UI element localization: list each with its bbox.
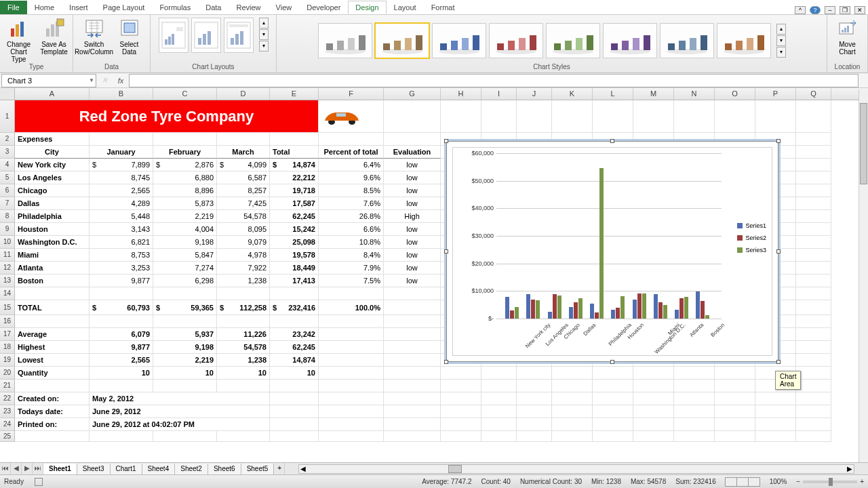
view-page-layout-icon[interactable] — [736, 477, 749, 487]
layouts-more-icon[interactable]: ▾ — [259, 41, 269, 52]
vertical-scrollbar[interactable] — [859, 89, 868, 462]
tab-review[interactable]: Review — [229, 1, 268, 14]
chart-style-2[interactable] — [375, 23, 429, 58]
tab-formulas[interactable]: Formulas — [152, 1, 198, 14]
row-header-18[interactable]: 18 — [0, 341, 15, 354]
macro-record-icon[interactable] — [35, 478, 43, 486]
row-header-10[interactable]: 10 — [0, 236, 15, 249]
chart-legend[interactable]: Series1Series2Series3 — [737, 222, 766, 259]
sheet-tab-Sheet3[interactable]: Sheet3 — [77, 464, 111, 474]
row-header-2[interactable]: 2 — [0, 133, 15, 146]
tab-format[interactable]: Format — [424, 1, 462, 14]
sheet-tab-Sheet4[interactable]: Sheet4 — [142, 464, 176, 474]
spreadsheet-grid[interactable]: ABCDEFGHIJKLMNOPQ 1Red Zone Tyre Company… — [0, 88, 868, 462]
zoom-slider[interactable] — [803, 481, 857, 483]
sheet-nav-first-icon[interactable]: ⏮ — [0, 463, 11, 474]
chart-style-5[interactable] — [546, 23, 600, 58]
name-box[interactable]: Chart 3▼ — [1, 74, 96, 87]
cancel-formula-icon[interactable]: ✕ — [96, 76, 113, 85]
col-header-A[interactable]: A — [15, 88, 90, 100]
col-header-G[interactable]: G — [384, 88, 441, 100]
change-chart-type-button[interactable]: Change Chart Type — [3, 18, 35, 63]
select-data-button[interactable]: Select Data — [113, 18, 146, 56]
sheet-tab-Chart1[interactable]: Chart1 — [111, 464, 142, 474]
row-header-24[interactable]: 24 — [0, 418, 15, 431]
move-chart-button[interactable]: Move Chart — [831, 18, 864, 56]
col-header-O[interactable]: O — [715, 88, 755, 100]
layouts-down-icon[interactable]: ▾ — [259, 29, 269, 40]
window-minimize-icon[interactable]: – — [825, 6, 835, 14]
sheet-nav-last-icon[interactable]: ⏭ — [33, 463, 43, 474]
window-close-icon[interactable]: ✕ — [854, 6, 865, 14]
chart-style-7[interactable] — [660, 23, 714, 58]
tab-home[interactable]: Home — [27, 1, 62, 14]
new-sheet-icon[interactable]: ✦ — [274, 463, 285, 474]
view-page-break-icon[interactable] — [748, 477, 760, 487]
zoom-in-icon[interactable]: + — [860, 478, 864, 485]
help-icon[interactable]: ? — [810, 6, 821, 14]
row-header-20[interactable]: 20 — [0, 367, 15, 380]
sheet-tab-Sheet6[interactable]: Sheet6 — [208, 464, 241, 474]
col-header-P[interactable]: P — [755, 88, 796, 100]
chart-style-4[interactable] — [489, 23, 543, 58]
view-normal-icon[interactable] — [725, 477, 737, 487]
col-header-J[interactable]: J — [517, 88, 552, 100]
row-header-25[interactable]: 25 — [0, 431, 15, 442]
sheet-tab-Sheet1[interactable]: Sheet1 — [43, 464, 77, 474]
tab-layout[interactable]: Layout — [387, 1, 424, 14]
row-header-12[interactable]: 12 — [0, 262, 15, 274]
row-header-11[interactable]: 11 — [0, 249, 15, 262]
col-header-N[interactable]: N — [674, 88, 715, 100]
chart-style-8[interactable] — [717, 23, 771, 58]
col-header-E[interactable]: E — [270, 88, 319, 100]
formula-input[interactable] — [129, 74, 859, 87]
col-header-Q[interactable]: Q — [796, 88, 831, 100]
chart-style-1[interactable] — [318, 23, 372, 58]
row-header-7[interactable]: 7 — [0, 197, 15, 210]
styles-more-icon[interactable]: ▾ — [776, 47, 786, 58]
tab-view[interactable]: View — [269, 1, 300, 14]
chart-style-6[interactable] — [603, 23, 657, 58]
row-header-5[interactable]: 5 — [0, 171, 15, 184]
styles-down-icon[interactable]: ▾ — [776, 35, 786, 46]
minimize-ribbon-icon[interactable]: ^ — [795, 6, 806, 14]
row-header-21[interactable]: 21 — [0, 380, 15, 392]
styles-up-icon[interactable]: ▴ — [776, 24, 786, 35]
col-header-K[interactable]: K — [552, 88, 593, 100]
col-header-B[interactable]: B — [90, 88, 153, 100]
sheet-tab-Sheet2[interactable]: Sheet2 — [175, 464, 208, 474]
col-header-L[interactable]: L — [593, 88, 633, 100]
sheet-nav-prev-icon[interactable]: ◀ — [11, 463, 22, 474]
row-header-14[interactable]: 14 — [0, 287, 15, 300]
tab-design[interactable]: Design — [348, 1, 386, 14]
col-header-F[interactable]: F — [319, 88, 384, 100]
tab-data[interactable]: Data — [198, 1, 229, 14]
row-header-15[interactable]: 15 — [0, 300, 15, 315]
row-header-9[interactable]: 9 — [0, 223, 15, 236]
save-as-template-button[interactable]: Save As Template — [38, 18, 71, 56]
row-header-17[interactable]: 17 — [0, 328, 15, 341]
row-header-23[interactable]: 23 — [0, 405, 15, 418]
row-header-3[interactable]: 3 — [0, 146, 15, 159]
tab-insert[interactable]: Insert — [62, 1, 96, 14]
chart-layout-3[interactable] — [224, 18, 254, 53]
sheet-nav-next-icon[interactable]: ▶ — [22, 463, 33, 474]
row-header-6[interactable]: 6 — [0, 184, 15, 197]
fx-icon[interactable]: fx — [113, 77, 129, 85]
tab-developer[interactable]: Developer — [299, 1, 348, 14]
row-header-19[interactable]: 19 — [0, 354, 15, 367]
row-header-4[interactable]: 4 — [0, 159, 15, 171]
row-header-8[interactable]: 8 — [0, 210, 15, 223]
row-header-1[interactable]: 1 — [0, 100, 15, 133]
row-header-16[interactable]: 16 — [0, 315, 15, 328]
tab-page-layout[interactable]: Page Layout — [96, 1, 153, 14]
layouts-up-icon[interactable]: ▴ — [259, 18, 269, 28]
row-header-13[interactable]: 13 — [0, 274, 15, 287]
chevron-down-icon[interactable]: ▼ — [89, 77, 94, 83]
switch-row-column-button[interactable]: Switch Row/Column — [78, 18, 111, 56]
col-header-I[interactable]: I — [481, 88, 517, 100]
col-header-H[interactable]: H — [441, 88, 481, 100]
select-all-corner[interactable] — [0, 88, 15, 100]
col-header-C[interactable]: C — [153, 88, 217, 100]
col-header-M[interactable]: M — [633, 88, 674, 100]
